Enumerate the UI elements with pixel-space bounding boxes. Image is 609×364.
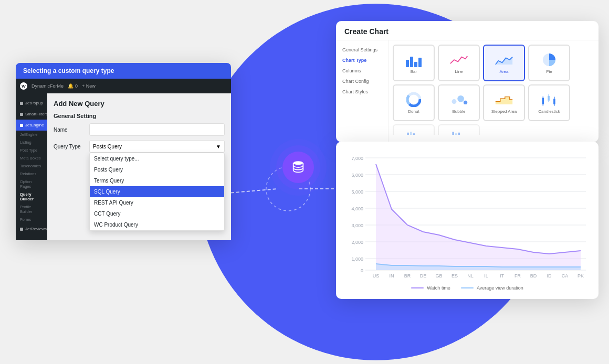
- svg-rect-26: [455, 133, 457, 135]
- chart-nav: General Settings Chart Type Columns Char…: [336, 40, 388, 142]
- sidebar-sub-jetengine[interactable]: JetEngine: [16, 131, 47, 138]
- line-chart-panel: 7,000 6,000 5,000 4,000 3,000 2,000 1,00…: [336, 142, 598, 299]
- chart-type-more-1[interactable]: [393, 124, 435, 135]
- svg-text:3,000: 3,000: [351, 223, 363, 228]
- dropdown-item-select[interactable]: Select query type...: [90, 153, 224, 164]
- chart-row-2: Donut Bubble Step: [393, 84, 594, 121]
- svg-rect-24: [413, 133, 415, 135]
- svg-point-0: [293, 162, 303, 165]
- chart-type-candlestick[interactable]: Candlestick: [528, 84, 570, 121]
- svg-text:2,000: 2,000: [351, 240, 363, 245]
- sidebar-item-smartfilters[interactable]: SmartFilters: [16, 109, 47, 120]
- svg-rect-23: [410, 132, 412, 135]
- sidebar-sub-optionpages[interactable]: Option Pages: [16, 178, 47, 190]
- query-type-dropdown[interactable]: Posts Query ▼ Select query type... Posts…: [89, 140, 225, 153]
- jetpopup-icon: [20, 102, 23, 105]
- watch-time-legend-dot: [411, 287, 424, 288]
- svg-rect-19: [553, 99, 555, 104]
- sidebar-sub-listing[interactable]: Listing: [16, 138, 47, 146]
- candlestick-label: Candlestick: [538, 109, 560, 114]
- chart-type-pie[interactable]: Pie: [528, 45, 570, 81]
- svg-text:ES: ES: [452, 273, 458, 279]
- name-input[interactable]: [89, 123, 225, 136]
- svg-text:BR: BR: [404, 273, 411, 279]
- sidebar-sub-profilebuilder[interactable]: Profile Builder: [16, 203, 47, 216]
- dropdown-item-sql[interactable]: SQL Query: [90, 186, 224, 197]
- svg-point-11: [464, 100, 467, 104]
- create-chart-panel: Create Chart General Settings Chart Type…: [336, 21, 598, 142]
- wp-sidebar: JetPopup SmartFilters JetEngine JetEngin…: [16, 93, 47, 240]
- name-field-row: Name: [54, 123, 225, 136]
- database-svg: [291, 160, 306, 175]
- avg-duration-legend-dot: [461, 287, 474, 288]
- sidebar-item-jetpopup[interactable]: JetPopup: [16, 98, 47, 109]
- svg-text:IN: IN: [390, 273, 394, 279]
- legend-avg-duration: Average view duration: [461, 285, 523, 291]
- dropdown-item-terms[interactable]: Terms Query: [90, 175, 224, 186]
- dropdown-item-posts[interactable]: Posts Query: [90, 164, 224, 175]
- chart-type-section: General Settings Chart Type Columns Char…: [336, 40, 598, 142]
- bar-chart-icon: [406, 52, 422, 67]
- add-new-query-heading: Add New Query: [54, 100, 225, 108]
- svg-text:CA: CA: [562, 273, 569, 279]
- area-chart-icon: [495, 52, 513, 67]
- more-chart-icon-1: [404, 131, 423, 135]
- line-chart-svg: 7,000 6,000 5,000 4,000 3,000 2,000 1,00…: [344, 150, 590, 281]
- site-name: DynamicForMe: [32, 83, 64, 89]
- watch-time-legend-label: Watch time: [427, 285, 450, 291]
- wp-main-content: Add New Query General Setting Name Query…: [47, 93, 231, 240]
- nav-chart-styles[interactable]: Chart Styles: [336, 87, 388, 97]
- svg-rect-22: [407, 133, 409, 135]
- stepped-area-chart-icon: [495, 92, 513, 107]
- sidebar-sub-posttype[interactable]: Post Type: [16, 146, 47, 154]
- chart-type-area[interactable]: Area: [483, 45, 525, 81]
- jetreviews-icon: [20, 228, 23, 231]
- dropdown-button[interactable]: Posts Query ▼: [89, 140, 225, 153]
- nav-columns[interactable]: Columns: [336, 66, 388, 76]
- jetengine-icon: [20, 124, 23, 127]
- dropdown-item-cct[interactable]: CCT Query: [90, 208, 224, 219]
- bubble-chart-icon: [449, 92, 468, 107]
- svg-rect-16: [548, 95, 550, 100]
- svg-text:4,000: 4,000: [351, 206, 363, 211]
- sidebar-item-jetengine[interactable]: JetEngine: [16, 120, 47, 131]
- chart-type-stepped[interactable]: Stepped Area: [483, 84, 525, 121]
- sidebar-sub-relations[interactable]: Relations: [16, 170, 47, 178]
- sidebar-sub-forms[interactable]: Forms: [16, 216, 47, 223]
- wp-body: JetPopup SmartFilters JetEngine JetEngin…: [16, 93, 231, 240]
- svg-text:PK: PK: [578, 273, 584, 279]
- chart-type-donut[interactable]: Donut: [393, 84, 435, 121]
- svg-rect-13: [542, 98, 544, 104]
- sidebar-sub-querybuilder[interactable]: Query Builder: [16, 190, 47, 203]
- create-chart-title: Create Chart: [336, 21, 598, 40]
- sidebar-sub-taxonomies[interactable]: Taxonomies: [16, 162, 47, 170]
- chart-type-more-2[interactable]: [438, 124, 480, 135]
- query-type-label: Query Type: [54, 144, 85, 149]
- pie-chart-icon: [542, 52, 556, 67]
- sidebar-sub-metaboxes[interactable]: Meta Boxes: [16, 154, 47, 162]
- pie-label: Pie: [546, 69, 552, 74]
- selected-option: Posts Query: [93, 144, 122, 149]
- new-button[interactable]: + New: [82, 83, 96, 89]
- chart-type-line[interactable]: Line: [438, 45, 480, 81]
- svg-text:6,000: 6,000: [351, 173, 363, 178]
- dropdown-item-wc[interactable]: WC Product Query: [90, 219, 224, 230]
- dropdown-item-rest[interactable]: REST API Query: [90, 197, 224, 208]
- chart-type-bubble[interactable]: Bubble: [438, 84, 480, 121]
- more-chart-icon-2: [449, 131, 468, 135]
- query-type-row: Query Type Posts Query ▼ Select query ty…: [54, 140, 225, 153]
- bar-label: Bar: [411, 69, 417, 74]
- nav-general-settings[interactable]: General Settings: [336, 45, 388, 55]
- svg-text:IT: IT: [500, 273, 505, 279]
- sidebar-item-jetreviews[interactable]: JetReviews: [16, 223, 47, 234]
- chart-types-grid: Bar Line Area: [388, 40, 598, 142]
- name-label: Name: [54, 127, 85, 133]
- chart-type-bar[interactable]: Bar: [393, 45, 435, 81]
- legend-watch-time: Watch time: [411, 285, 450, 291]
- stepped-area-label: Stepped Area: [491, 109, 517, 114]
- svg-text:5,000: 5,000: [351, 189, 363, 195]
- svg-rect-27: [458, 133, 460, 135]
- chart-legend: Watch time Average view duration: [344, 285, 590, 291]
- nav-chart-type[interactable]: Chart Type: [336, 55, 388, 66]
- nav-chart-config[interactable]: Chart Config: [336, 76, 388, 87]
